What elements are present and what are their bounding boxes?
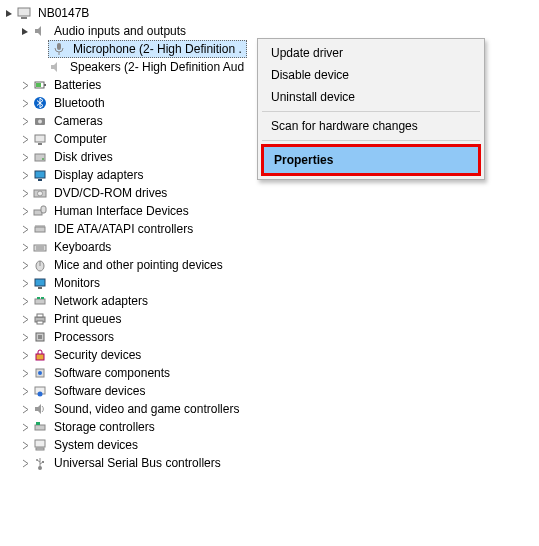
svg-rect-1 (21, 17, 27, 19)
tree-node-hid[interactable]: Human Interface Devices (0, 202, 539, 220)
svg-rect-41 (36, 354, 44, 360)
svg-rect-26 (34, 245, 46, 251)
tree-node-security[interactable]: Security devices (0, 346, 539, 364)
tree-node-keyboards[interactable]: Keyboards (0, 238, 539, 256)
tree-node-mice[interactable]: Mice and other pointing devices (0, 256, 539, 274)
menu-update-driver[interactable]: Update driver (261, 42, 481, 64)
leaf-label: Microphone (2- High Definition . (71, 41, 244, 57)
expand-arrow-closed[interactable] (18, 402, 32, 416)
node-label: Universal Serial Bus controllers (52, 455, 223, 471)
svg-rect-6 (36, 83, 41, 87)
expand-arrow-open[interactable] (2, 6, 16, 20)
node-label: Software devices (52, 383, 147, 399)
expand-arrow-closed[interactable] (18, 150, 32, 164)
tree-node-software-components[interactable]: Software components (0, 364, 539, 382)
expand-arrow-closed[interactable] (18, 168, 32, 182)
expand-arrow-closed[interactable] (18, 420, 32, 434)
ide-icon (32, 221, 48, 237)
battery-icon (32, 77, 48, 93)
menu-scan-hardware[interactable]: Scan for hardware changes (261, 115, 481, 137)
menu-uninstall-device[interactable]: Uninstall device (261, 86, 481, 108)
root-label: NB0147B (36, 5, 91, 21)
monitor-icon (32, 275, 48, 291)
tree-node-monitors[interactable]: Monitors (0, 274, 539, 292)
expand-arrow-closed[interactable] (18, 96, 32, 110)
tree-root[interactable]: NB0147B (0, 4, 539, 22)
svg-rect-0 (18, 8, 30, 16)
expand-arrow-closed[interactable] (18, 258, 32, 272)
expand-arrow-closed[interactable] (18, 186, 32, 200)
expand-arrow-closed[interactable] (18, 348, 32, 362)
expand-arrow-closed[interactable] (18, 456, 32, 470)
svg-rect-53 (42, 461, 44, 463)
expand-arrow-closed[interactable] (18, 366, 32, 380)
node-label: Display adapters (52, 167, 145, 183)
node-label: Audio inputs and outputs (52, 23, 188, 39)
expand-arrow-closed[interactable] (18, 330, 32, 344)
expand-arrow-closed[interactable] (18, 222, 32, 236)
menu-disable-device[interactable]: Disable device (261, 64, 481, 86)
display-adapter-icon (32, 167, 48, 183)
svg-rect-40 (38, 335, 42, 339)
node-label: Software components (52, 365, 172, 381)
node-label: Disk drives (52, 149, 115, 165)
svg-rect-15 (38, 179, 42, 181)
system-icon (32, 437, 48, 453)
node-label: Mice and other pointing devices (52, 257, 225, 273)
node-label: Bluetooth (52, 95, 107, 111)
node-label: System devices (52, 437, 140, 453)
node-label: Batteries (52, 77, 103, 93)
expand-arrow-closed[interactable] (18, 384, 32, 398)
expand-arrow-closed[interactable] (18, 78, 32, 92)
tree-node-storage[interactable]: Storage controllers (0, 418, 539, 436)
expand-arrow-closed[interactable] (18, 438, 32, 452)
node-label: IDE ATA/ATAPI controllers (52, 221, 195, 237)
computer-icon (32, 131, 48, 147)
node-label: Print queues (52, 311, 123, 327)
svg-rect-12 (35, 154, 45, 161)
expand-arrow-closed[interactable] (18, 114, 32, 128)
speaker-icon (48, 59, 64, 75)
tree-node-print[interactable]: Print queues (0, 310, 539, 328)
highlight-box: Properties (261, 144, 481, 176)
tree-node-software-devices[interactable]: Software devices (0, 382, 539, 400)
menu-properties[interactable]: Properties (264, 147, 478, 173)
software-device-icon (32, 383, 48, 399)
computer-icon (16, 5, 32, 21)
speaker-icon (32, 23, 48, 39)
svg-rect-20 (35, 227, 45, 232)
svg-rect-47 (36, 422, 40, 425)
bluetooth-icon (32, 95, 48, 111)
menu-separator (262, 140, 480, 141)
mouse-icon (32, 257, 48, 273)
tree-node-usb[interactable]: Universal Serial Bus controllers (0, 454, 539, 472)
expand-arrow-closed[interactable] (18, 312, 32, 326)
tree-node-network[interactable]: Network adapters (0, 292, 539, 310)
expand-arrow-closed[interactable] (18, 276, 32, 290)
tree-node-dvd[interactable]: DVD/CD-ROM drives (0, 184, 539, 202)
expand-arrow-open[interactable] (18, 24, 32, 38)
svg-rect-35 (41, 297, 44, 299)
svg-rect-11 (38, 143, 42, 145)
tree-node-system[interactable]: System devices (0, 436, 539, 454)
expand-arrow-closed[interactable] (18, 240, 32, 254)
svg-rect-46 (35, 425, 45, 430)
expand-arrow-closed[interactable] (18, 132, 32, 146)
microphone-icon (51, 41, 67, 57)
tree-node-sound[interactable]: Sound, video and game controllers (0, 400, 539, 418)
node-label: Computer (52, 131, 109, 147)
svg-rect-10 (35, 135, 45, 142)
tree-node-ide[interactable]: IDE ATA/ATAPI controllers (0, 220, 539, 238)
svg-rect-14 (35, 171, 45, 178)
svg-point-45 (38, 392, 43, 397)
storage-icon (32, 419, 48, 435)
node-label: Human Interface Devices (52, 203, 191, 219)
tree-node-processors[interactable]: Processors (0, 328, 539, 346)
expand-arrow-closed[interactable] (18, 204, 32, 218)
sound-icon (32, 401, 48, 417)
hid-icon (32, 203, 48, 219)
expand-arrow-closed[interactable] (18, 294, 32, 308)
node-label: Sound, video and game controllers (52, 401, 241, 417)
keyboard-icon (32, 239, 48, 255)
svg-rect-37 (37, 314, 43, 317)
